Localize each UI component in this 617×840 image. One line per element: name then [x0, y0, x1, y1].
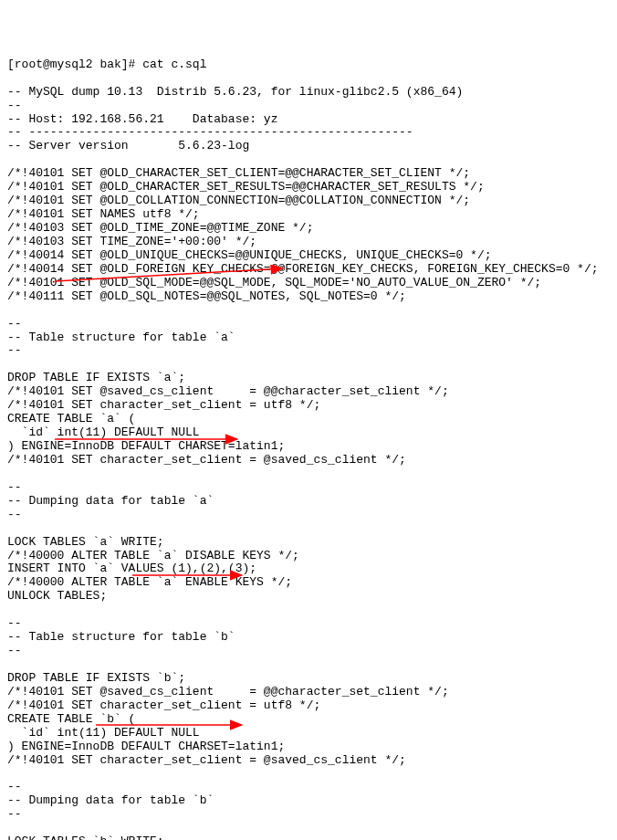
- output-line: /*!40101 SET @OLD_COLLATION_CONNECTION=@…: [7, 194, 610, 208]
- output-line: --: [7, 318, 610, 331]
- output-line: /*!40101 SET NAMES utf8 */;: [7, 208, 610, 222]
- output-line: --: [7, 481, 610, 495]
- output-line: /*!40103 SET TIME_ZONE='+00:00' */;: [7, 236, 610, 249]
- output-line: -- Dumping data for table `b`: [7, 794, 610, 808]
- output-line: [7, 467, 610, 481]
- output-line: LOCK TABLES `b` WRITE;: [7, 835, 610, 840]
- output-line: [7, 604, 610, 617]
- output-line: [7, 522, 610, 536]
- output-line: --: [7, 781, 610, 794]
- output-line: ) ENGINE=InnoDB DEFAULT CHARSET=latin1;: [7, 440, 610, 454]
- output-line: [7, 822, 610, 835]
- output-line: -- -------------------------------------…: [7, 126, 610, 140]
- output-line: --: [7, 808, 610, 822]
- output-line: -- Table structure for table `b`: [7, 631, 610, 645]
- output-line: /*!40101 SET character_set_client = @sav…: [7, 754, 610, 768]
- output-line: /*!40101 SET @OLD_SQL_MODE=@@SQL_MODE, S…: [7, 277, 610, 290]
- output-line: [7, 304, 610, 318]
- output-line: --: [7, 645, 610, 658]
- output-line: `id` int(11) DEFAULT NULL: [7, 426, 610, 440]
- output-line: ) ENGINE=InnoDB DEFAULT CHARSET=latin1;: [7, 740, 610, 754]
- output-line: --: [7, 100, 610, 113]
- output-line: /*!40111 SET @OLD_SQL_NOTES=@@SQL_NOTES,…: [7, 290, 610, 304]
- output-line: --: [7, 617, 610, 631]
- output-line: CREATE TABLE `a` (: [7, 413, 610, 426]
- output-line: /*!40103 SET @OLD_TIME_ZONE=@@TIME_ZONE …: [7, 222, 610, 236]
- output-line: [7, 768, 610, 782]
- output-line: [7, 658, 610, 672]
- output-line: `id` int(11) DEFAULT NULL: [7, 727, 610, 740]
- output-line: LOCK TABLES `a` WRITE;: [7, 536, 610, 550]
- output-line: UNLOCK TABLES;: [7, 590, 610, 604]
- output-line: [7, 153, 610, 167]
- output-line: /*!40101 SET @OLD_CHARACTER_SET_CLIENT=@…: [7, 167, 610, 181]
- output-line: /*!40000 ALTER TABLE `a` DISABLE KEYS */…: [7, 550, 610, 563]
- output-line: /*!40000 ALTER TABLE `a` ENABLE KEYS */;: [7, 576, 610, 590]
- terminal-prompt: [root@mysql2 bak]# cat c.sql: [7, 58, 610, 72]
- output-line: -- Table structure for table `a`: [7, 331, 610, 345]
- output-line: -- Server version 5.6.23-log: [7, 140, 610, 153]
- output-line: -- Host: 192.168.56.21 Database: yz: [7, 113, 610, 127]
- output-line: /*!40101 SET character_set_client = @sav…: [7, 454, 610, 467]
- output-line: /*!40014 SET @OLD_UNIQUE_CHECKS=@@UNIQUE…: [7, 249, 610, 263]
- output-line: /*!40101 SET @saved_cs_client = @@charac…: [7, 385, 610, 399]
- output-line: DROP TABLE IF EXISTS `a`;: [7, 372, 610, 385]
- output-line: INSERT INTO `a` VALUES (1),(2),(3);: [7, 562, 610, 576]
- output-line: /*!40101 SET character_set_client = utf8…: [7, 699, 610, 713]
- output-line: --: [7, 344, 610, 358]
- output-line: /*!40101 SET @saved_cs_client = @@charac…: [7, 686, 610, 699]
- terminal-output: -- MySQL dump 10.13 Distrib 5.6.23, for …: [7, 86, 610, 840]
- output-line: -- Dumping data for table `a`: [7, 495, 610, 509]
- output-line: [7, 358, 610, 372]
- output-line: DROP TABLE IF EXISTS `b`;: [7, 672, 610, 686]
- output-line: /*!40101 SET character_set_client = utf8…: [7, 399, 610, 413]
- output-line: --: [7, 509, 610, 522]
- output-line: /*!40101 SET @OLD_CHARACTER_SET_RESULTS=…: [7, 181, 610, 194]
- output-line: -- MySQL dump 10.13 Distrib 5.6.23, for …: [7, 86, 610, 100]
- output-line: CREATE TABLE `b` (: [7, 713, 610, 727]
- output-line: /*!40014 SET @OLD_FOREIGN_KEY_CHECKS=@@F…: [7, 263, 610, 277]
